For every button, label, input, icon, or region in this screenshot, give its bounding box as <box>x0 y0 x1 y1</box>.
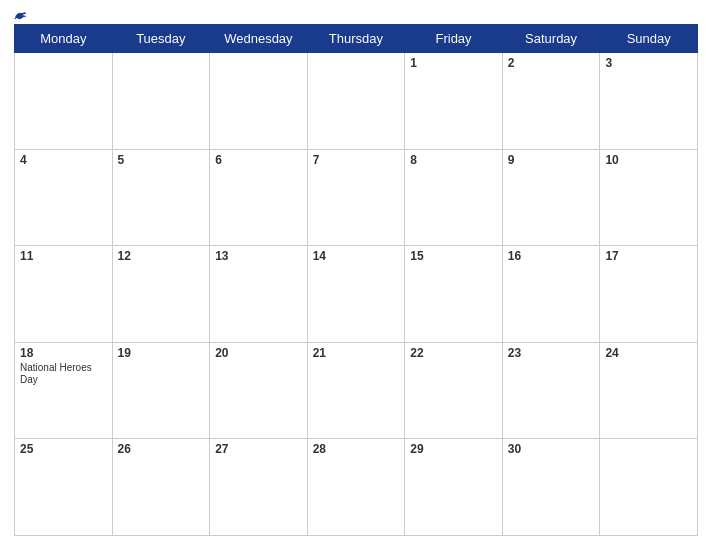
calendar-day-cell <box>307 53 405 150</box>
weekday-header-friday: Friday <box>405 25 503 53</box>
day-number: 22 <box>410 346 497 360</box>
calendar-day-cell: 4 <box>15 149 113 246</box>
weekday-header-wednesday: Wednesday <box>210 25 308 53</box>
calendar-day-cell: 18National Heroes Day <box>15 342 113 439</box>
calendar-day-cell: 20 <box>210 342 308 439</box>
weekday-header-monday: Monday <box>15 25 113 53</box>
calendar-thead: MondayTuesdayWednesdayThursdayFridaySatu… <box>15 25 698 53</box>
day-number: 3 <box>605 56 692 70</box>
day-number: 6 <box>215 153 302 167</box>
calendar-day-cell <box>112 53 210 150</box>
calendar-week-row: 18National Heroes Day192021222324 <box>15 342 698 439</box>
day-number: 30 <box>508 442 595 456</box>
day-number: 19 <box>118 346 205 360</box>
day-number: 25 <box>20 442 107 456</box>
calendar-week-row: 123 <box>15 53 698 150</box>
calendar-day-cell: 10 <box>600 149 698 246</box>
day-number: 14 <box>313 249 400 263</box>
calendar-day-cell: 19 <box>112 342 210 439</box>
day-number: 21 <box>313 346 400 360</box>
day-number: 10 <box>605 153 692 167</box>
calendar-day-cell: 26 <box>112 439 210 536</box>
calendar-day-cell: 13 <box>210 246 308 343</box>
calendar-day-cell: 30 <box>502 439 600 536</box>
calendar-day-cell: 11 <box>15 246 113 343</box>
calendar-day-cell: 6 <box>210 149 308 246</box>
day-number: 15 <box>410 249 497 263</box>
day-number: 17 <box>605 249 692 263</box>
calendar-container: MondayTuesdayWednesdayThursdayFridaySatu… <box>0 0 712 550</box>
day-number: 4 <box>20 153 107 167</box>
day-number: 7 <box>313 153 400 167</box>
day-number: 12 <box>118 249 205 263</box>
weekday-header-thursday: Thursday <box>307 25 405 53</box>
calendar-day-cell: 2 <box>502 53 600 150</box>
day-number: 29 <box>410 442 497 456</box>
day-number: 18 <box>20 346 107 360</box>
calendar-day-cell: 28 <box>307 439 405 536</box>
calendar-header <box>14 10 698 18</box>
calendar-week-row: 11121314151617 <box>15 246 698 343</box>
logo <box>14 10 30 22</box>
day-number: 27 <box>215 442 302 456</box>
calendar-day-cell: 15 <box>405 246 503 343</box>
calendar-day-cell: 5 <box>112 149 210 246</box>
calendar-week-row: 252627282930 <box>15 439 698 536</box>
calendar-day-cell: 16 <box>502 246 600 343</box>
calendar-day-cell: 27 <box>210 439 308 536</box>
calendar-day-cell <box>15 53 113 150</box>
day-number: 24 <box>605 346 692 360</box>
day-number: 5 <box>118 153 205 167</box>
day-number: 26 <box>118 442 205 456</box>
day-number: 2 <box>508 56 595 70</box>
calendar-table: MondayTuesdayWednesdayThursdayFridaySatu… <box>14 24 698 536</box>
day-number: 11 <box>20 249 107 263</box>
calendar-day-cell: 29 <box>405 439 503 536</box>
calendar-day-cell: 1 <box>405 53 503 150</box>
calendar-tbody: 123456789101112131415161718National Hero… <box>15 53 698 536</box>
weekday-header-tuesday: Tuesday <box>112 25 210 53</box>
calendar-day-cell <box>600 439 698 536</box>
calendar-day-cell: 8 <box>405 149 503 246</box>
calendar-day-cell: 21 <box>307 342 405 439</box>
day-number: 23 <box>508 346 595 360</box>
day-number: 28 <box>313 442 400 456</box>
calendar-day-cell: 12 <box>112 246 210 343</box>
logo-bird-icon <box>14 10 28 22</box>
day-number: 1 <box>410 56 497 70</box>
day-number: 13 <box>215 249 302 263</box>
logo-blue-text <box>14 10 30 22</box>
weekday-header-row: MondayTuesdayWednesdayThursdayFridaySatu… <box>15 25 698 53</box>
calendar-day-cell: 3 <box>600 53 698 150</box>
weekday-header-saturday: Saturday <box>502 25 600 53</box>
calendar-day-cell <box>210 53 308 150</box>
calendar-day-cell: 17 <box>600 246 698 343</box>
day-number: 20 <box>215 346 302 360</box>
day-number: 16 <box>508 249 595 263</box>
day-event: National Heroes Day <box>20 362 107 386</box>
calendar-day-cell: 9 <box>502 149 600 246</box>
calendar-day-cell: 22 <box>405 342 503 439</box>
weekday-header-sunday: Sunday <box>600 25 698 53</box>
calendar-day-cell: 14 <box>307 246 405 343</box>
calendar-week-row: 45678910 <box>15 149 698 246</box>
calendar-day-cell: 25 <box>15 439 113 536</box>
day-number: 9 <box>508 153 595 167</box>
day-number: 8 <box>410 153 497 167</box>
calendar-day-cell: 23 <box>502 342 600 439</box>
calendar-day-cell: 7 <box>307 149 405 246</box>
calendar-day-cell: 24 <box>600 342 698 439</box>
